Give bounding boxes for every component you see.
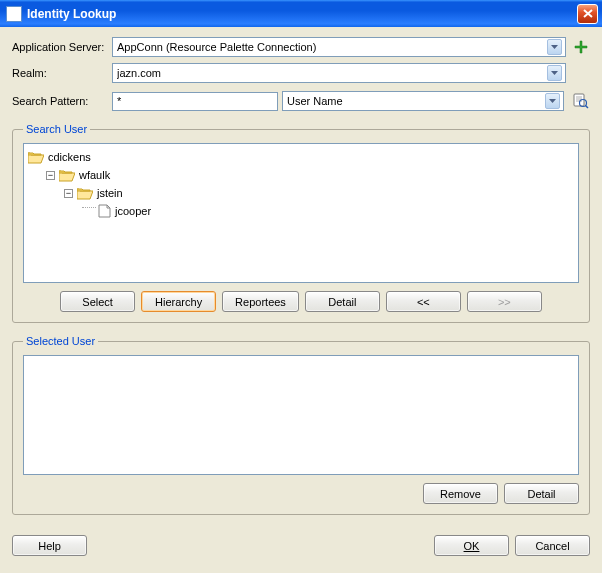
app-icon	[6, 6, 22, 22]
collapse-toggle[interactable]: −	[64, 189, 73, 198]
search-user-legend: Search User	[23, 123, 90, 135]
folder-open-icon	[59, 169, 75, 182]
prev-page-button[interactable]: <<	[386, 291, 461, 312]
search-button[interactable]	[572, 92, 590, 110]
tree-label: wfaulk	[79, 169, 110, 181]
plus-icon	[573, 39, 589, 55]
reportees-button[interactable]: Reportees	[222, 291, 299, 312]
selected-user-group: Selected User Remove Detail	[12, 335, 590, 515]
search-icon	[573, 93, 589, 109]
close-icon	[583, 9, 593, 18]
tree-node[interactable]: − jstein	[28, 184, 574, 202]
folder-open-icon	[77, 187, 93, 200]
realm-dropdown[interactable]: jazn.com	[112, 63, 566, 83]
search-pattern-label: Search Pattern:	[12, 95, 112, 107]
tree-node[interactable]: jcooper	[28, 202, 574, 220]
chevron-down-icon	[547, 65, 562, 81]
hierarchy-button[interactable]: Hierarchy	[141, 291, 216, 312]
tree-label: jcooper	[115, 205, 151, 217]
help-button[interactable]: Help	[12, 535, 87, 556]
folder-open-icon	[28, 151, 44, 164]
collapse-toggle[interactable]: −	[46, 171, 55, 180]
title-bar: Identity Lookup	[0, 0, 602, 27]
remove-button[interactable]: Remove	[423, 483, 498, 504]
tree-label: jstein	[97, 187, 123, 199]
user-tree[interactable]: cdickens − wfaulk − jstein jcooper	[23, 143, 579, 283]
window-title: Identity Lookup	[27, 7, 577, 21]
app-server-label: Application Server:	[12, 41, 112, 53]
chevron-down-icon	[545, 93, 560, 109]
tree-label: cdickens	[48, 151, 91, 163]
realm-label: Realm:	[12, 67, 112, 79]
selected-user-legend: Selected User	[23, 335, 98, 347]
selected-detail-button[interactable]: Detail	[504, 483, 579, 504]
select-button[interactable]: Select	[60, 291, 135, 312]
cancel-button[interactable]: Cancel	[515, 535, 590, 556]
dialog-footer: Help OK Cancel	[0, 525, 602, 566]
app-server-dropdown[interactable]: AppConn (Resource Palette Connection)	[112, 37, 566, 57]
svg-line-5	[586, 106, 589, 109]
tree-node[interactable]: − wfaulk	[28, 166, 574, 184]
file-icon	[98, 204, 111, 218]
search-pattern-input[interactable]	[112, 92, 278, 111]
app-server-value: AppConn (Resource Palette Connection)	[117, 41, 547, 53]
tree-node[interactable]: cdickens	[28, 148, 574, 166]
chevron-down-icon	[547, 39, 562, 55]
close-button[interactable]	[577, 4, 598, 24]
next-page-button[interactable]: >>	[467, 291, 542, 312]
search-user-group: Search User cdickens − wfaulk − jstein	[12, 123, 590, 323]
add-connection-button[interactable]	[572, 38, 590, 56]
search-type-dropdown[interactable]: User Name	[282, 91, 564, 111]
selected-user-list[interactable]	[23, 355, 579, 475]
ok-button[interactable]: OK	[434, 535, 509, 556]
realm-value: jazn.com	[117, 67, 547, 79]
detail-button[interactable]: Detail	[305, 291, 380, 312]
search-type-value: User Name	[287, 95, 545, 107]
